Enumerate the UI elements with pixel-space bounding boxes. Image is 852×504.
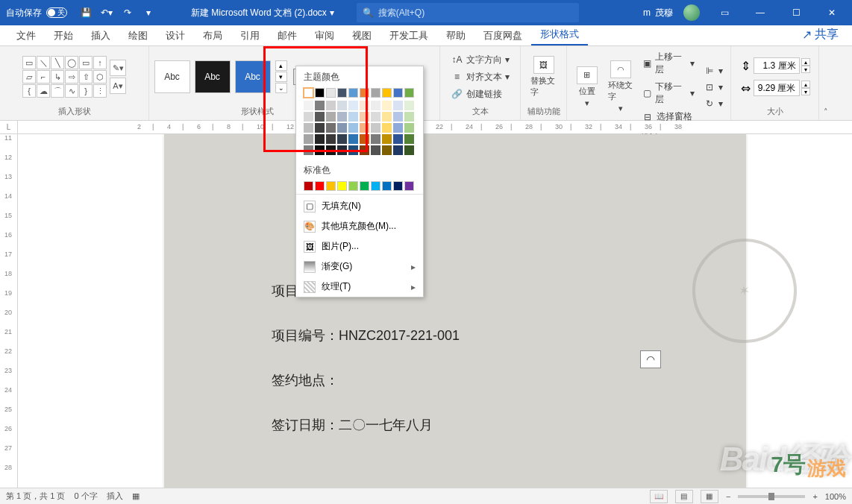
tab-shape-format[interactable]: 形状格式 — [531, 25, 588, 45]
tab-insert[interactable]: 插入 — [82, 26, 119, 45]
theme-swatch[interactable] — [337, 88, 347, 98]
shade-swatch[interactable] — [326, 123, 336, 133]
zoom-out-icon[interactable]: − — [726, 492, 730, 501]
customize-qat-icon[interactable]: ▾ — [142, 6, 155, 19]
theme-swatch[interactable] — [371, 88, 380, 98]
ribbon-display-icon[interactable]: ▭ — [707, 0, 742, 25]
shade-swatch[interactable] — [304, 101, 313, 110]
shade-swatch[interactable] — [360, 112, 369, 122]
document-title[interactable]: 新建 Microsoft Word 文档 (2).docx ▾ — [191, 7, 334, 19]
tab-baidu[interactable]: 百度网盘 — [474, 26, 531, 45]
shade-swatch[interactable] — [304, 123, 313, 133]
theme-swatch[interactable] — [382, 88, 392, 98]
shade-swatch[interactable] — [348, 123, 358, 133]
theme-swatch[interactable] — [404, 88, 414, 98]
theme-swatch[interactable] — [348, 88, 358, 98]
shape-line2-icon[interactable]: ╲ — [51, 56, 64, 69]
scroll-up-icon[interactable]: ▴ — [275, 60, 287, 71]
height-input[interactable] — [754, 57, 800, 74]
standard-swatch[interactable] — [326, 181, 336, 191]
edit-shape-icon[interactable]: ✎▾ — [110, 60, 126, 76]
shade-swatch[interactable] — [360, 134, 369, 144]
bring-forward-button[interactable]: ▣上移一层 ▾ — [639, 49, 698, 78]
gradient-fill-item[interactable]: 渐变(G)▸ — [296, 256, 423, 277]
shade-swatch[interactable] — [360, 101, 369, 110]
theme-swatch[interactable] — [360, 88, 369, 98]
print-layout-icon[interactable]: ▤ — [675, 490, 693, 503]
texture-fill-item[interactable]: 纹理(T)▸ — [296, 277, 423, 297]
read-mode-icon[interactable]: 📖 — [650, 490, 668, 503]
height-up-icon[interactable]: ▴ — [801, 58, 810, 66]
shade-swatch[interactable] — [337, 123, 347, 133]
shade-swatch[interactable] — [315, 112, 325, 122]
tab-home[interactable]: 开始 — [45, 26, 82, 45]
shade-swatch[interactable] — [393, 101, 403, 110]
standard-swatch[interactable] — [404, 181, 414, 191]
standard-swatch[interactable] — [315, 181, 325, 191]
shape-elbow-icon[interactable]: ↳ — [51, 70, 64, 84]
shape-arrow-icon[interactable]: ↑ — [93, 56, 107, 69]
standard-swatch[interactable] — [304, 181, 313, 191]
shape-arrow3-icon[interactable]: ⇧ — [79, 70, 93, 84]
style-preset-3[interactable]: Abc — [235, 60, 271, 93]
scroll-more-icon[interactable]: ⌄ — [275, 83, 287, 93]
maximize-icon[interactable]: ☐ — [779, 0, 813, 25]
tab-layout[interactable]: 布局 — [194, 26, 231, 45]
theme-swatch[interactable] — [393, 88, 403, 98]
shade-swatch[interactable] — [393, 145, 403, 155]
picture-fill-item[interactable]: 🖼图片(P)... — [296, 236, 423, 256]
shade-swatch[interactable] — [326, 112, 336, 122]
shade-swatch[interactable] — [382, 134, 392, 144]
zoom-level[interactable]: 100% — [825, 492, 846, 501]
shape-arrow2-icon[interactable]: ⇨ — [65, 70, 78, 84]
shade-swatch[interactable] — [382, 123, 392, 133]
standard-swatch[interactable] — [393, 181, 403, 191]
standard-swatch[interactable] — [371, 181, 380, 191]
alt-text-button[interactable]: 🖼 替换文字 — [527, 54, 560, 99]
height-down-icon[interactable]: ▾ — [801, 66, 810, 73]
more-colors-item[interactable]: 🎨其他填充颜色(M)... — [296, 216, 423, 236]
shade-swatch[interactable] — [304, 145, 313, 155]
shape-brace2-icon[interactable]: } — [79, 84, 93, 98]
width-input[interactable] — [754, 80, 800, 96]
text-box-icon[interactable]: A▾ — [110, 78, 126, 94]
tab-view[interactable]: 视图 — [343, 26, 380, 45]
shade-swatch[interactable] — [371, 145, 380, 155]
shade-swatch[interactable] — [315, 134, 325, 144]
shade-swatch[interactable] — [304, 112, 313, 122]
share-button[interactable]: ↗ 共享 — [796, 24, 845, 45]
style-preset-1[interactable]: Abc — [154, 60, 190, 93]
shape-brace-icon[interactable]: { — [22, 84, 36, 98]
close-icon[interactable]: ✕ — [815, 0, 849, 25]
search-input[interactable] — [378, 7, 573, 18]
undo-icon[interactable]: ↶▾ — [100, 6, 113, 19]
tab-mailings[interactable]: 邮件 — [269, 26, 306, 45]
redo-icon[interactable]: ↷ — [121, 6, 134, 19]
shape-curve-icon[interactable]: ∿ — [65, 84, 78, 98]
shade-swatch[interactable] — [371, 112, 380, 122]
shade-swatch[interactable] — [348, 134, 358, 144]
tab-draw[interactable]: 绘图 — [119, 26, 157, 45]
shade-swatch[interactable] — [393, 134, 403, 144]
standard-swatch[interactable] — [360, 181, 369, 191]
shape-rect2-icon[interactable]: ▱ — [22, 70, 36, 84]
layout-options-icon[interactable]: ◠ — [640, 350, 661, 368]
scroll-down-icon[interactable]: ▾ — [275, 72, 287, 82]
shade-swatch[interactable] — [326, 134, 336, 144]
save-icon[interactable]: 💾 — [79, 6, 93, 19]
avatar[interactable] — [683, 4, 700, 21]
shade-swatch[interactable] — [404, 123, 414, 133]
tab-file[interactable]: 文件 — [7, 26, 45, 45]
tab-references[interactable]: 引用 — [231, 26, 269, 45]
shade-swatch[interactable] — [382, 145, 392, 155]
shade-swatch[interactable] — [393, 112, 403, 122]
shape-rectangle-icon[interactable]: ▭ — [22, 56, 36, 69]
shape-arc-icon[interactable]: ⌒ — [51, 84, 64, 98]
shape-line-icon[interactable]: ＼ — [37, 56, 50, 69]
shape-cloud-icon[interactable]: ☁ — [37, 84, 50, 98]
page-info[interactable]: 第 1 页，共 1 页 — [6, 491, 65, 502]
theme-swatch[interactable] — [304, 88, 313, 98]
shade-swatch[interactable] — [393, 123, 403, 133]
shade-swatch[interactable] — [404, 134, 414, 144]
shade-swatch[interactable] — [326, 145, 336, 155]
